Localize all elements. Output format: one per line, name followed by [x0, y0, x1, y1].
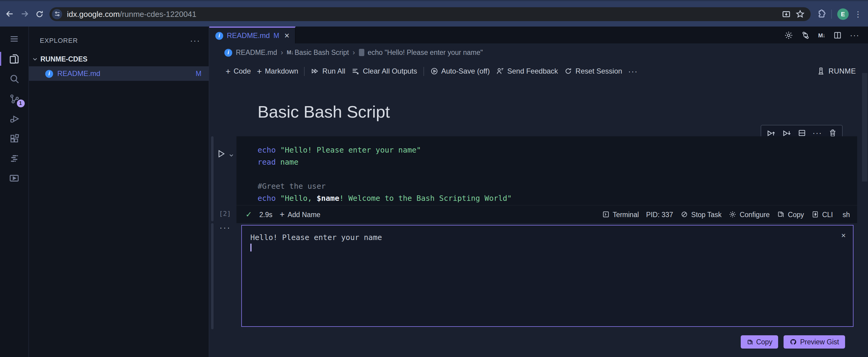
add-name-label: Add Name	[288, 211, 320, 218]
bookmark-star-icon[interactable]	[796, 9, 805, 19]
menu-icon[interactable]	[0, 29, 29, 49]
tab-modified-badge: M	[274, 32, 279, 39]
feedback-person-icon	[496, 67, 504, 75]
close-icon[interactable]: ✕	[284, 32, 289, 39]
info-icon: i	[45, 70, 53, 77]
session-sync-icon[interactable]	[801, 30, 810, 39]
markdown-preview-icon[interactable]: M↓	[818, 32, 825, 38]
sidebar-item-source-control[interactable]: 1	[0, 89, 29, 108]
copy-gist-button[interactable]: Copy	[740, 335, 778, 349]
copy-button[interactable]: Copy	[777, 210, 804, 218]
folder-row[interactable]: RUNME-CDES	[29, 52, 209, 66]
file-row-readme[interactable]: i README.md M	[29, 66, 209, 81]
code-token: "Hello,	[276, 194, 316, 203]
code-line: #Greet the user	[257, 180, 857, 192]
gist-actions: Copy Preview Gist	[740, 335, 845, 349]
code-token: name	[276, 157, 298, 166]
reset-session-label: Reset Session	[576, 67, 622, 75]
plus-icon: +	[257, 67, 262, 75]
clear-all-outputs-button[interactable]: Clear All Outputs	[351, 67, 417, 75]
forward-icon[interactable]	[20, 9, 30, 19]
copy-gist-label: Copy	[756, 338, 772, 346]
copy-icon	[746, 338, 753, 345]
cli-icon	[811, 210, 819, 218]
site-settings-icon[interactable]	[52, 9, 62, 19]
add-name-button[interactable]: + Add Name	[280, 210, 320, 218]
url-bar[interactable]: idx.google.com/runme-cdes-1220041	[50, 7, 811, 21]
add-markdown-button[interactable]: + Markdown	[257, 67, 298, 75]
scm-badge: 1	[17, 99, 25, 107]
avatar[interactable]: E	[837, 8, 849, 20]
sidebar-item-explorer[interactable]	[0, 49, 29, 69]
configure-label: Configure	[740, 211, 770, 218]
chevron-down-icon	[32, 56, 38, 62]
back-icon[interactable]	[5, 9, 14, 19]
reload-icon[interactable]	[35, 9, 44, 19]
run-options-chevron-icon[interactable]	[228, 153, 234, 158]
code-token: "Hello! Please enter your name"	[276, 145, 421, 154]
send-feedback-button[interactable]: Send Feedback	[496, 67, 558, 75]
run-all-label: Run All	[322, 67, 345, 75]
breadcrumb-separator: ›	[281, 48, 283, 57]
reset-session-button[interactable]: Reset Session	[564, 67, 622, 75]
activity-bar: 1	[0, 27, 29, 357]
run-all-icon	[311, 67, 319, 75]
info-icon: i	[224, 48, 232, 56]
github-icon	[790, 338, 797, 346]
output-more-icon[interactable]: ···	[220, 223, 231, 232]
code-cell[interactable]: echo "Hello! Please enter your name" rea…	[237, 136, 857, 205]
autosave-label: Auto-Save (off)	[441, 67, 490, 75]
sidebar-item-run-debug[interactable]	[0, 108, 29, 128]
url-text[interactable]: idx.google.com/runme-cdes-1220041	[67, 9, 196, 19]
notebook-toolbar: + Code + Markdown Run All	[209, 62, 868, 81]
sidebar-item-idx[interactable]	[0, 148, 29, 168]
status-bar-right: Terminal PID: 337 Stop Task	[602, 210, 850, 218]
tab-label: README.md	[227, 31, 270, 40]
stop-task-button[interactable]: Stop Task	[680, 210, 722, 218]
cli-button[interactable]: CLI	[811, 210, 833, 218]
breadcrumb-file[interactable]: README.md	[236, 49, 277, 56]
run-cell-button[interactable]	[217, 149, 226, 159]
cell-status-bar: ✓ 2.9s + Add Name Terminal PID: 33	[237, 205, 857, 223]
plus-icon: +	[226, 67, 230, 75]
tab-readme[interactable]: i README.md M ✕	[209, 27, 296, 43]
cell-file-icon	[359, 49, 364, 56]
info-icon: i	[215, 32, 223, 39]
copy-icon	[777, 210, 785, 218]
terminal-button[interactable]: Terminal	[602, 210, 639, 218]
more-actions-icon[interactable]: ···	[850, 30, 860, 39]
app-window: idx.google.com/runme-cdes-1220041 E ⋮	[0, 0, 868, 357]
run-all-button[interactable]: Run All	[311, 67, 345, 75]
explorer-more-icon[interactable]: ···	[190, 36, 200, 45]
output-text: Hello! Please enter your name	[250, 232, 844, 242]
toolbar-more-icon[interactable]: ···	[628, 67, 638, 76]
split-editor-icon[interactable]	[833, 30, 842, 39]
sidebar-item-extensions[interactable]	[0, 128, 29, 148]
terminal-icon	[602, 210, 610, 218]
code-token: echo	[257, 145, 276, 154]
code-line: read name	[257, 156, 857, 168]
terminal-output[interactable]: Hello! Please enter your name ✕	[241, 225, 854, 327]
install-app-icon[interactable]	[782, 9, 791, 19]
scrollbar-thumb[interactable]	[862, 73, 867, 182]
breadcrumb-cell[interactable]: echo "Hello! Please enter your name"	[368, 49, 483, 56]
extensions-puzzle-icon[interactable]	[816, 9, 826, 19]
toolbar-separator	[304, 67, 305, 76]
sidebar-item-search[interactable]	[0, 69, 29, 89]
chrome-separator	[831, 9, 832, 19]
add-code-button[interactable]: + Code	[226, 67, 251, 75]
duration: 2.9s	[259, 211, 273, 218]
breadcrumb-section[interactable]: Basic Bash Script	[294, 49, 349, 56]
chrome-menu-icon[interactable]: ⋮	[854, 10, 862, 18]
markdown-cell-icon: M↓	[287, 50, 293, 56]
file-name: README.md	[57, 69, 100, 78]
sidebar-item-preview[interactable]	[0, 168, 29, 188]
folder-name: RUNME-CDES	[40, 56, 88, 63]
breadcrumb-separator: ›	[352, 48, 355, 57]
preview-gist-button[interactable]: Preview Gist	[784, 335, 845, 349]
configure-button[interactable]: Configure	[728, 210, 770, 218]
clear-outputs-icon	[351, 67, 360, 75]
gear-icon[interactable]	[784, 30, 794, 39]
close-output-icon[interactable]: ✕	[841, 230, 846, 240]
autosave-button[interactable]: Auto-Save (off)	[430, 67, 490, 75]
